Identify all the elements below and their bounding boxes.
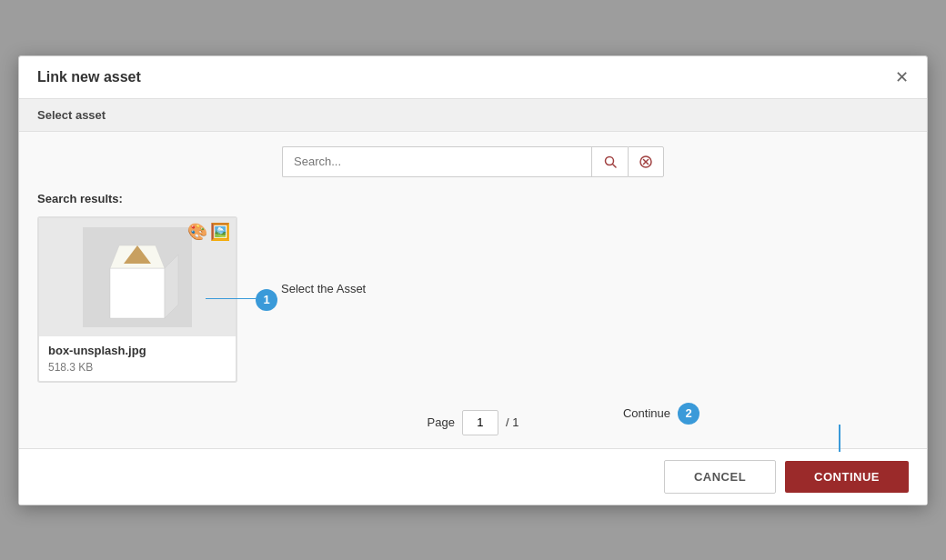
- continue-button[interactable]: CONTINUE: [785, 461, 909, 493]
- clear-icon: [639, 155, 652, 168]
- page-input[interactable]: [462, 410, 498, 435]
- clear-button[interactable]: [628, 146, 664, 177]
- dialog-overlay: Link new asset ✕ Select asset: [0, 0, 946, 560]
- close-button[interactable]: ✕: [895, 69, 909, 85]
- asset-grid: 🎨 🖼️: [37, 216, 909, 383]
- search-input[interactable]: [282, 146, 591, 177]
- tooltip-line: [206, 298, 256, 299]
- asset-icons: 🎨 🖼️: [187, 224, 230, 240]
- dialog-title: Link new asset: [37, 69, 141, 85]
- section-content: Search results: 🎨 🖼️: [19, 132, 927, 397]
- results-label: Search results:: [37, 192, 909, 205]
- asset-info: box-unsplash.jpg 518.3 KB: [39, 336, 236, 381]
- dialog-body: Select asset: [19, 99, 927, 449]
- page-label: Page: [428, 415, 455, 429]
- cancel-button[interactable]: CANCEL: [664, 460, 776, 494]
- pagination-bar: Page / 1 Continue 2: [19, 397, 927, 448]
- tooltip-1-badge: 1: [256, 289, 277, 311]
- link-asset-dialog: Link new asset ✕ Select asset: [18, 55, 928, 505]
- search-bar: [37, 146, 909, 177]
- section-header: Select asset: [19, 99, 927, 132]
- svg-marker-7: [110, 268, 165, 318]
- continue-tooltip: Continue 2: [623, 403, 699, 425]
- icon-badge-2: 🖼️: [210, 224, 230, 240]
- asset-name: box-unsplash.jpg: [48, 344, 226, 357]
- dialog-header: Link new asset ✕: [19, 56, 927, 99]
- tooltip-2-badge: 2: [678, 403, 699, 425]
- box-svg: [83, 227, 192, 327]
- svg-line-1: [612, 164, 616, 167]
- arrow-line: [839, 425, 840, 452]
- search-button[interactable]: [591, 146, 628, 177]
- asset-size: 518.3 KB: [48, 361, 226, 374]
- asset-thumbnail: 🎨 🖼️: [39, 218, 236, 336]
- search-icon: [604, 155, 617, 168]
- tooltip-1-text: Select the Asset: [281, 282, 366, 295]
- icon-badge-1: 🎨: [187, 224, 207, 240]
- asset-card[interactable]: 🎨 🖼️: [37, 216, 237, 383]
- page-total: / 1: [506, 415, 518, 429]
- continue-tooltip-label: Continue: [623, 406, 670, 420]
- dialog-footer: CANCEL CONTINUE: [19, 449, 927, 505]
- section-label: Select asset: [37, 108, 106, 122]
